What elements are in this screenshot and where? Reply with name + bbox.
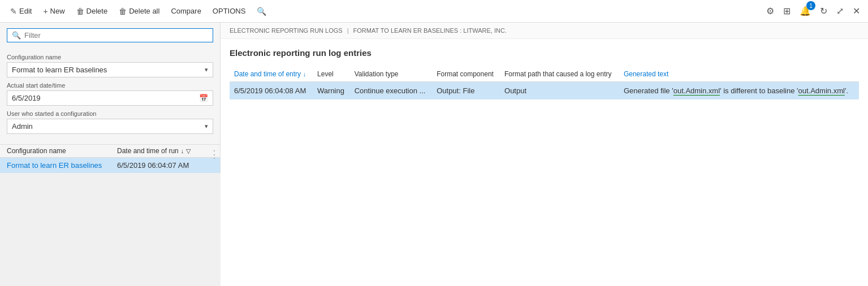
settings-icon: ⚙	[766, 6, 774, 16]
office-icon-button[interactable]: ⊞	[781, 3, 793, 19]
options-button[interactable]: OPTIONS	[208, 5, 251, 18]
list-row-name: Format to learn ER baselines	[7, 161, 117, 170]
col-header-generated-text[interactable]: Generated text	[619, 67, 859, 82]
filter-icon-list[interactable]: ▽	[186, 148, 191, 155]
user-label: User who started a configuration	[7, 110, 213, 117]
refresh-icon: ↻	[820, 6, 827, 16]
actual-start-date-field[interactable]: 6/5/2019 📅	[7, 90, 213, 106]
actual-start-value: 6/5/2019	[12, 94, 41, 102]
list-row[interactable]: Format to learn ER baselines 6/5/2019 06…	[0, 158, 220, 173]
list-header-date-label: Date and time of run	[117, 147, 179, 155]
edit-icon: ✎	[10, 7, 17, 16]
col-header-level[interactable]: Level	[313, 67, 350, 82]
cell-validation: Continue execution ...	[350, 82, 433, 100]
sort-icon: ↓	[303, 71, 306, 77]
breadcrumb-separator: |	[347, 27, 349, 34]
cell-datetime: 6/5/2019 06:04:08 AM	[230, 82, 313, 100]
cell-format-component: Output: File	[432, 82, 500, 100]
filters-section: Configuration name Format to learn ER ba…	[0, 46, 220, 137]
section-title: Electronic reporting run log entries	[230, 48, 859, 58]
list-col-name-header: Configuration name	[7, 147, 117, 155]
right-panel: ELECTRONIC REPORTING RUN LOGS | FORMAT T…	[221, 23, 868, 286]
col-header-validation[interactable]: Validation type	[350, 67, 433, 82]
col-datetime-label: Date and time of entry	[234, 70, 301, 78]
generated-text-link1[interactable]: out.Admin.xml	[673, 86, 720, 95]
cell-generated-text: Generated file 'out.Admin.xml' is differ…	[619, 82, 859, 100]
table-row[interactable]: 6/5/2019 06:04:08 AM Warning Continue ex…	[230, 82, 859, 100]
close-button[interactable]: ✕	[850, 3, 862, 19]
main-layout: 🔍 Configuration name Format to learn ER …	[0, 23, 868, 286]
new-button[interactable]: + New	[38, 5, 69, 18]
col-generated-text-label: Generated text	[624, 70, 668, 78]
user-chevron-icon: ▾	[205, 123, 208, 130]
delete-all-button[interactable]: 🗑 Delete all	[114, 5, 164, 18]
config-name-label: Configuration name	[7, 54, 213, 60]
filter-section: 🔍	[0, 23, 220, 46]
log-table: Date and time of entry ↓ Level Validatio…	[230, 67, 859, 99]
edit-label: Edit	[19, 7, 32, 15]
breadcrumb-part1: ELECTRONIC REPORTING RUN LOGS	[230, 27, 343, 34]
filter-input[interactable]	[24, 31, 208, 40]
cell-level: Warning	[313, 82, 350, 100]
list-header: Configuration name Date and time of run …	[0, 144, 220, 158]
notification-wrapper: 🔔 1	[797, 3, 813, 19]
content-area: Electronic reporting run log entries Dat…	[221, 39, 868, 286]
maximize-icon: ⤢	[836, 6, 844, 16]
col-header-format-path[interactable]: Format path that caused a log entry	[500, 67, 619, 82]
toolbar: ✎ Edit + New 🗑 Delete 🗑 Delete all Compa…	[0, 0, 868, 23]
toolbar-right: ⚙ ⊞ 🔔 1 ↻ ⤢ ✕	[764, 3, 862, 19]
config-name-value: Format to learn ER baselines	[12, 66, 107, 74]
list-section: Configuration name Date and time of run …	[0, 144, 220, 173]
compare-button[interactable]: Compare	[166, 5, 205, 18]
refresh-button[interactable]: ↻	[818, 3, 830, 19]
col-header-datetime[interactable]: Date and time of entry ↓	[230, 67, 313, 82]
filter-input-wrapper[interactable]: 🔍	[7, 28, 213, 42]
breadcrumb: ELECTRONIC REPORTING RUN LOGS | FORMAT T…	[221, 23, 868, 39]
options-label: OPTIONS	[213, 7, 246, 15]
left-panel-wrapper: 🔍 Configuration name Format to learn ER …	[0, 23, 221, 286]
filter-search-icon: 🔍	[12, 31, 21, 40]
col-format-component-label: Format component	[437, 70, 494, 78]
actual-start-label: Actual start date/time	[7, 82, 213, 89]
col-validation-label: Validation type	[355, 70, 399, 78]
search-button[interactable]: 🔍	[252, 5, 271, 18]
plus-icon: +	[43, 7, 47, 16]
breadcrumb-part2: FORMAT TO LEARN ER BASELINES : LITWARE, …	[353, 27, 507, 34]
config-name-dropdown[interactable]: Format to learn ER baselines ▾	[7, 62, 213, 77]
chevron-down-icon: ▾	[205, 66, 208, 73]
user-value: Admin	[12, 122, 33, 131]
delete-label: Delete	[87, 7, 108, 15]
table-header-row: Date and time of entry ↓ Level Validatio…	[230, 67, 859, 82]
search-icon: 🔍	[257, 7, 266, 16]
delete-icon: 🗑	[76, 7, 84, 16]
calendar-icon: 📅	[199, 94, 208, 102]
delete-all-icon: 🗑	[119, 7, 127, 16]
col-header-format-component[interactable]: Format component	[432, 67, 500, 82]
new-label: New	[50, 7, 65, 15]
resize-handle[interactable]: ⋮	[209, 148, 219, 161]
office-icon: ⊞	[783, 6, 791, 16]
delete-button[interactable]: 🗑 Delete	[72, 5, 113, 18]
delete-all-label: Delete all	[129, 7, 159, 15]
left-panel: 🔍 Configuration name Format to learn ER …	[0, 23, 221, 173]
generated-text-link2[interactable]: out.Admin.xml	[798, 86, 845, 95]
list-col-date-header: Date and time of run ↓ ▽	[117, 147, 213, 155]
col-format-path-label: Format path that caused a log entry	[504, 70, 611, 78]
col-level-label: Level	[317, 70, 334, 78]
notification-badge: 1	[806, 1, 815, 10]
close-icon: ✕	[853, 6, 860, 16]
maximize-button[interactable]: ⤢	[834, 3, 846, 19]
user-dropdown[interactable]: Admin ▾	[7, 119, 213, 134]
edit-button[interactable]: ✎ Edit	[6, 5, 36, 18]
list-row-date: 6/5/2019 06:04:07 AM	[117, 161, 213, 170]
compare-label: Compare	[171, 7, 201, 15]
settings-icon-button[interactable]: ⚙	[764, 3, 776, 19]
cell-format-path: Output	[500, 82, 619, 100]
sort-down-icon: ↓	[181, 148, 184, 154]
